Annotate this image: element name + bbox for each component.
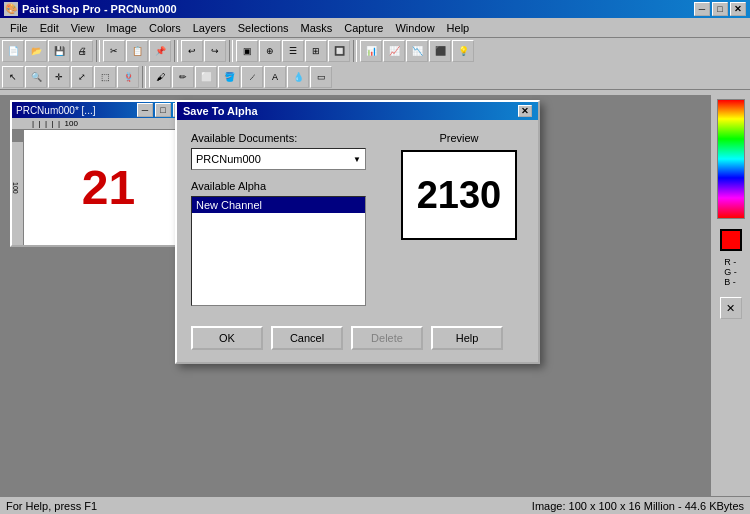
deform-btn[interactable]: ⤢ <box>71 66 93 88</box>
rgb-labels: R - G - B - <box>724 257 737 287</box>
rect-btn[interactable]: ▭ <box>310 66 332 88</box>
delete-button[interactable]: Delete <box>351 326 423 350</box>
crop-btn[interactable]: ⬚ <box>94 66 116 88</box>
tool4[interactable]: ⊞ <box>305 40 327 62</box>
image-window: PRCNum000* [...] ─ □ ✕ | | | | | 100 100… <box>10 100 195 247</box>
status-bar: For Help, press F1 Image: 100 x 100 x 16… <box>0 496 750 514</box>
paint-btn[interactable]: 🖌 <box>149 66 171 88</box>
redo-btn[interactable]: ↪ <box>204 40 226 62</box>
ruler-vertical: 100 <box>12 142 24 245</box>
title-bar-controls: ─ □ ✕ <box>694 2 746 16</box>
paste-btn[interactable]: 📌 <box>149 40 171 62</box>
document-dropdown[interactable]: PRCNum000 ▼ <box>191 148 366 170</box>
workspace: R - G - B - ✕ PRCNum000* [...] ─ □ ✕ | |… <box>0 95 750 496</box>
cancel-button[interactable]: Cancel <box>271 326 343 350</box>
dropper-btn[interactable]: 💧 <box>287 66 309 88</box>
minimize-button[interactable]: ─ <box>694 2 710 16</box>
status-left-text: For Help, press F1 <box>6 500 532 512</box>
ok-button[interactable]: OK <box>191 326 263 350</box>
help-button[interactable]: Help <box>431 326 503 350</box>
tool6[interactable]: 📊 <box>360 40 382 62</box>
zoom-btn[interactable]: 🔍 <box>25 66 47 88</box>
cut-btn[interactable]: ✂ <box>103 40 125 62</box>
sep2 <box>174 40 178 62</box>
dialog-right-panel: Preview 2130 <box>394 132 524 306</box>
menu-capture[interactable]: Capture <box>338 20 389 36</box>
menu-help[interactable]: Help <box>441 20 476 36</box>
tool5[interactable]: 🔲 <box>328 40 350 62</box>
image-maximize-btn[interactable]: □ <box>155 103 171 117</box>
dialog-close-button[interactable]: ✕ <box>518 105 532 117</box>
menu-edit[interactable]: Edit <box>34 20 65 36</box>
maximize-button[interactable]: □ <box>712 2 728 16</box>
toolbar-area: 📄 📂 💾 🖨 ✂ 📋 📌 ↩ ↪ ▣ ⊕ ☰ ⊞ 🔲 📊 📈 📉 ⬛ 💡 ↖ … <box>0 38 750 90</box>
color-palette: R - G - B - ✕ <box>710 95 750 496</box>
text-btn[interactable]: A <box>264 66 286 88</box>
menu-layers[interactable]: Layers <box>187 20 232 36</box>
tool2[interactable]: ⊕ <box>259 40 281 62</box>
menu-file[interactable]: File <box>4 20 34 36</box>
alpha-listbox[interactable]: New Channel <box>191 196 366 306</box>
select-btn[interactable]: ↖ <box>2 66 24 88</box>
sep5 <box>142 66 146 88</box>
available-documents-label: Available Documents: <box>191 132 394 144</box>
sep3 <box>229 40 233 62</box>
g-label: G - <box>724 267 737 277</box>
copy-btn[interactable]: 📋 <box>126 40 148 62</box>
palette-close-button[interactable]: ✕ <box>720 297 742 319</box>
document-dropdown-value: PRCNum000 <box>196 153 261 165</box>
menu-image[interactable]: Image <box>100 20 143 36</box>
menu-window[interactable]: Window <box>389 20 440 36</box>
pencil-btn[interactable]: ✏ <box>172 66 194 88</box>
dialog-title-bar: Save To Alpha ✕ <box>177 102 538 120</box>
preview-box: 2130 <box>401 150 517 240</box>
menu-selections[interactable]: Selections <box>232 20 295 36</box>
menu-colors[interactable]: Colors <box>143 20 187 36</box>
menu-view[interactable]: View <box>65 20 101 36</box>
menu-masks[interactable]: Masks <box>295 20 339 36</box>
tool9[interactable]: ⬛ <box>429 40 451 62</box>
tool1[interactable]: ▣ <box>236 40 258 62</box>
tool3[interactable]: ☰ <box>282 40 304 62</box>
print-btn[interactable]: 🖨 <box>71 40 93 62</box>
foreground-color-swatch[interactable] <box>720 229 742 251</box>
new-btn[interactable]: 📄 <box>2 40 24 62</box>
dialog-title-text: Save To Alpha <box>183 105 258 117</box>
image-content: 21 <box>24 130 193 245</box>
dialog-body: Available Documents: PRCNum000 ▼ Availab… <box>177 120 538 318</box>
menu-bar: File Edit View Image Colors Layers Selec… <box>0 18 750 38</box>
dropdown-arrow-icon: ▼ <box>353 155 361 164</box>
dialog-left-panel: Available Documents: PRCNum000 ▼ Availab… <box>191 132 394 306</box>
lasso-btn[interactable]: 🪢 <box>117 66 139 88</box>
sep4 <box>353 40 357 62</box>
undo-btn[interactable]: ↩ <box>181 40 203 62</box>
palette-gradient[interactable] <box>717 99 745 219</box>
close-button[interactable]: ✕ <box>730 2 746 16</box>
image-display-text: 21 <box>82 164 135 212</box>
preview-label: Preview <box>439 132 478 144</box>
line-btn[interactable]: ⟋ <box>241 66 263 88</box>
app-title: Paint Shop Pro - PRCNum000 <box>22 3 177 15</box>
dialog-content-row: Available Documents: PRCNum000 ▼ Availab… <box>191 132 524 306</box>
tool8[interactable]: 📉 <box>406 40 428 62</box>
tool7[interactable]: 📈 <box>383 40 405 62</box>
listbox-item-new-channel[interactable]: New Channel <box>192 197 365 213</box>
move-btn[interactable]: ✛ <box>48 66 70 88</box>
image-canvas: 100 21 <box>12 130 193 245</box>
title-bar: 🎨 Paint Shop Pro - PRCNum000 ─ □ ✕ <box>0 0 750 18</box>
ruler-horizontal: | | | | | 100 <box>12 118 193 130</box>
app-icon: 🎨 <box>4 2 18 16</box>
image-window-title: PRCNum000* [...] ─ □ ✕ <box>12 102 193 118</box>
toolbar-row-1: 📄 📂 💾 🖨 ✂ 📋 📌 ↩ ↪ ▣ ⊕ ☰ ⊞ 🔲 📊 📈 📉 ⬛ 💡 <box>2 40 748 62</box>
preview-text: 2130 <box>417 176 502 214</box>
open-btn[interactable]: 📂 <box>25 40 47 62</box>
r-label: R - <box>724 257 737 267</box>
eraser-btn[interactable]: ⬜ <box>195 66 217 88</box>
image-minimize-btn[interactable]: ─ <box>137 103 153 117</box>
image-window-title-text: PRCNum000* [...] <box>16 105 95 116</box>
tool10[interactable]: 💡 <box>452 40 474 62</box>
fill-btn[interactable]: 🪣 <box>218 66 240 88</box>
dialog-buttons: OK Cancel Delete Help <box>177 318 538 362</box>
save-btn[interactable]: 💾 <box>48 40 70 62</box>
save-to-alpha-dialog: Save To Alpha ✕ Available Documents: PRC… <box>175 100 540 364</box>
